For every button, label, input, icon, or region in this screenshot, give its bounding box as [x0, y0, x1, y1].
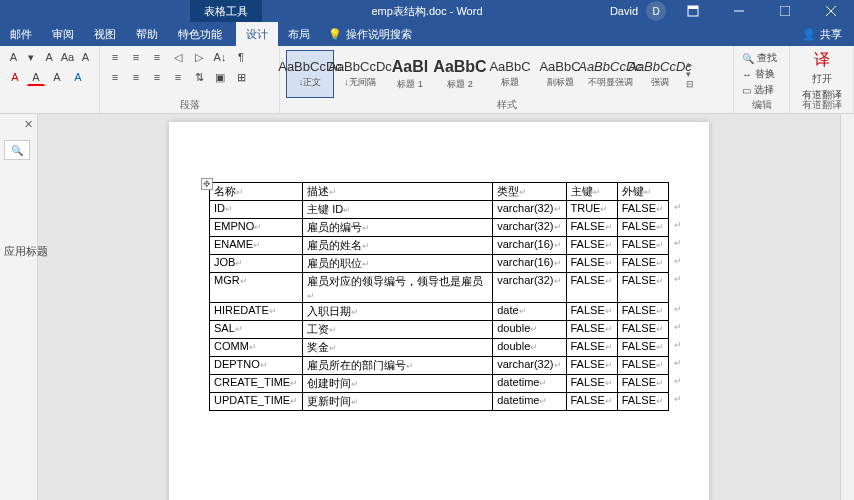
table-cell[interactable]: varchar(32)↵	[493, 219, 566, 237]
table-header-cell[interactable]: 主键↵	[566, 183, 617, 201]
user-name[interactable]: David	[610, 5, 638, 17]
data-table[interactable]: 名称↵描述↵类型↵主键↵外键↵ID↵主键 ID↵varchar(32)↵TRUE…	[209, 182, 669, 411]
minimize-button[interactable]	[720, 0, 758, 22]
enclose-button[interactable]: A	[78, 48, 93, 66]
line-spacing-button[interactable]: ⇅	[190, 68, 208, 86]
tab-special[interactable]: 特色功能	[168, 22, 232, 46]
table-cell[interactable]: double↵	[493, 321, 566, 339]
table-cell[interactable]: TRUE↵	[566, 201, 617, 219]
char-shading-button[interactable]: A	[48, 68, 66, 86]
table-cell[interactable]: datetime↵	[493, 393, 566, 411]
table-cell[interactable]: FALSE↵↵	[617, 321, 668, 339]
shading-button[interactable]: ▣	[211, 68, 229, 86]
select-button[interactable]: ▭选择	[742, 82, 781, 98]
tab-view[interactable]: 视图	[84, 22, 126, 46]
table-cell[interactable]: FALSE↵	[566, 393, 617, 411]
style-item[interactable]: AaBbC标题	[486, 50, 534, 98]
numbering-button[interactable]: ≡	[127, 48, 145, 66]
style-item[interactable]: AaBbC标题 2	[436, 50, 484, 98]
table-cell[interactable]: FALSE↵↵	[617, 357, 668, 375]
borders-button[interactable]: ⊞	[232, 68, 250, 86]
document-area[interactable]: ✥ 名称↵描述↵类型↵主键↵外键↵ID↵主键 ID↵varchar(32)↵TR…	[38, 114, 840, 500]
table-cell[interactable]: FALSE↵	[566, 375, 617, 393]
table-cell[interactable]: FALSE↵	[566, 273, 617, 303]
table-cell[interactable]: FALSE↵	[566, 219, 617, 237]
align-center-button[interactable]: ≡	[127, 68, 145, 86]
styles-more-button[interactable]: ▴▾⊟	[686, 59, 700, 89]
table-cell[interactable]: FALSE↵↵	[617, 393, 668, 411]
table-cell[interactable]: varchar(32)↵	[493, 201, 566, 219]
table-cell[interactable]: FALSE↵↵	[617, 339, 668, 357]
find-button[interactable]: 🔍查找	[742, 50, 781, 66]
table-header-cell[interactable]: 描述↵	[303, 183, 493, 201]
table-cell[interactable]: DEPTNO↵	[210, 357, 303, 375]
table-cell[interactable]: 创建时间↵	[303, 375, 493, 393]
table-cell[interactable]: double↵	[493, 339, 566, 357]
translate-icon[interactable]: 译	[798, 50, 845, 71]
table-cell[interactable]: FALSE↵	[566, 303, 617, 321]
table-cell[interactable]: FALSE↵↵	[617, 201, 668, 219]
style-item[interactable]: AaBbCcDc↓正文	[286, 50, 334, 98]
sort-button[interactable]: A↓	[211, 48, 229, 66]
multilevel-button[interactable]: ≡	[148, 48, 166, 66]
table-cell[interactable]: varchar(16)↵	[493, 237, 566, 255]
ribbon-display-button[interactable]	[674, 0, 712, 22]
tab-mail[interactable]: 邮件	[0, 22, 42, 46]
styles-gallery[interactable]: AaBbCcDc↓正文AaBbCcDc↓无间隔AaBl标题 1AaBbC标题 2…	[286, 48, 727, 100]
share-button[interactable]: 👤 共享	[790, 22, 854, 46]
tab-help[interactable]: 帮助	[126, 22, 168, 46]
table-cell[interactable]: EMPNO↵	[210, 219, 303, 237]
table-cell[interactable]: UPDATE_TIME↵	[210, 393, 303, 411]
open-translate-button[interactable]: 打开	[798, 71, 845, 87]
font-color-button[interactable]: A	[27, 68, 45, 86]
style-item[interactable]: AaBbCcDc强调	[636, 50, 684, 98]
tell-me-search[interactable]: 💡 操作说明搜索	[320, 22, 420, 46]
table-row[interactable]: UPDATE_TIME↵更新时间↵datetime↵FALSE↵FALSE↵↵	[210, 393, 669, 411]
table-cell[interactable]: ID↵	[210, 201, 303, 219]
vertical-scrollbar[interactable]	[840, 114, 854, 500]
tab-layout[interactable]: 布局	[278, 22, 320, 46]
table-row[interactable]: HIREDATE↵入职日期↵date↵FALSE↵FALSE↵↵	[210, 303, 669, 321]
decrease-indent-button[interactable]: ◁	[169, 48, 187, 66]
table-cell[interactable]: FALSE↵↵	[617, 255, 668, 273]
style-item[interactable]: AaBbCcDc不明显强调	[586, 50, 634, 98]
show-marks-button[interactable]: ¶	[232, 48, 250, 66]
table-cell[interactable]: 更新时间↵	[303, 393, 493, 411]
table-cell[interactable]: 工资↵	[303, 321, 493, 339]
char-border-button[interactable]: A	[69, 68, 87, 86]
justify-button[interactable]: ≡	[169, 68, 187, 86]
align-right-button[interactable]: ≡	[148, 68, 166, 86]
table-header-cell[interactable]: 类型↵	[493, 183, 566, 201]
table-cell[interactable]: FALSE↵	[566, 321, 617, 339]
phonetic-button[interactable]: Aa	[60, 48, 75, 66]
table-cell[interactable]: CREATE_TIME↵	[210, 375, 303, 393]
user-avatar[interactable]: D	[646, 1, 666, 21]
table-cell[interactable]: HIREDATE↵	[210, 303, 303, 321]
table-cell[interactable]: 雇员的编号↵	[303, 219, 493, 237]
close-button[interactable]	[812, 0, 850, 22]
table-cell[interactable]: SAL↵	[210, 321, 303, 339]
table-row[interactable]: MGR↵雇员对应的领导编号，领导也是雇员↵varchar(32)↵FALSE↵F…	[210, 273, 669, 303]
table-row[interactable]: EMPNO↵雇员的编号↵varchar(32)↵FALSE↵FALSE↵↵	[210, 219, 669, 237]
table-cell[interactable]: ENAME↵	[210, 237, 303, 255]
table-row[interactable]: ENAME↵雇员的姓名↵varchar(16)↵FALSE↵FALSE↵↵	[210, 237, 669, 255]
table-cell[interactable]: FALSE↵	[566, 357, 617, 375]
bullets-button[interactable]: ≡	[106, 48, 124, 66]
style-item[interactable]: AaBl标题 1	[386, 50, 434, 98]
nav-search-input[interactable]: 🔍	[4, 140, 30, 160]
tab-review[interactable]: 审阅	[42, 22, 84, 46]
tab-design[interactable]: 设计	[236, 22, 278, 46]
table-row[interactable]: COMM↵奖金↵double↵FALSE↵FALSE↵↵	[210, 339, 669, 357]
nav-close-button[interactable]: ✕	[24, 118, 33, 131]
table-cell[interactable]: 雇员的职位↵	[303, 255, 493, 273]
table-cell[interactable]: 雇员所在的部门编号↵	[303, 357, 493, 375]
increase-indent-button[interactable]: ▷	[190, 48, 208, 66]
table-row[interactable]: ID↵主键 ID↵varchar(32)↵TRUE↵FALSE↵↵	[210, 201, 669, 219]
replace-button[interactable]: ↔替换	[742, 66, 781, 82]
table-cell[interactable]: FALSE↵↵	[617, 303, 668, 321]
table-row[interactable]: JOB↵雇员的职位↵varchar(16)↵FALSE↵FALSE↵↵	[210, 255, 669, 273]
highlight-button[interactable]: A	[6, 68, 24, 86]
table-cell[interactable]: FALSE↵↵	[617, 375, 668, 393]
table-cell[interactable]: 雇员对应的领导编号，领导也是雇员↵	[303, 273, 493, 303]
grow-font-button[interactable]: A	[42, 48, 57, 66]
